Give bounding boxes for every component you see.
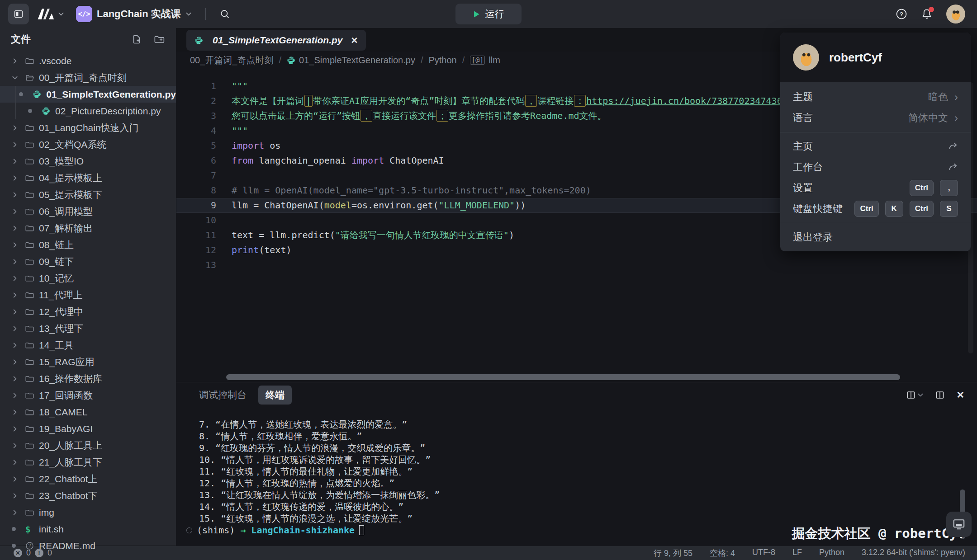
file-type-icon (25, 57, 38, 65)
code-line[interactable]: 13 (176, 258, 977, 273)
breadcrumb-item[interactable]: 00_开篇词_奇点时刻 (190, 54, 274, 66)
tree-item[interactable]: 08_链上 (0, 236, 176, 253)
tree-item-toggle[interactable] (12, 141, 25, 148)
tree-item-toggle[interactable] (12, 125, 25, 131)
remote-display-button[interactable] (946, 512, 972, 537)
avatar[interactable] (946, 5, 965, 24)
tree-item-toggle[interactable] (12, 476, 25, 482)
status-item[interactable]: 3.12.2 64-bit ('shims': pyenv) (862, 548, 965, 559)
tree-item[interactable]: 11_代理上 (0, 287, 176, 303)
status-item[interactable]: Python (819, 548, 844, 559)
tree-item[interactable]: 00_开篇词_奇点时刻 (0, 69, 176, 86)
tree-item[interactable]: 10_记忆 (0, 270, 176, 287)
scrollbar-thumb[interactable] (226, 374, 900, 380)
close-panel-icon[interactable]: ✕ (956, 390, 964, 400)
editor-tab[interactable]: 01_SimpleTextGeneration.py ✕ (186, 30, 366, 51)
tree-item[interactable]: 02_文档QA系统 (0, 136, 176, 153)
chevron-down-icon[interactable] (58, 11, 64, 17)
new-file-icon[interactable] (132, 34, 142, 44)
status-item[interactable]: 行 9, 列 55 (654, 548, 692, 559)
tree-item[interactable]: 05_提示模板下 (0, 186, 176, 203)
tree-item-toggle[interactable] (12, 259, 25, 265)
panel-tab-terminal[interactable]: 终端 (258, 386, 292, 405)
tree-item[interactable]: 22_Chatbot上 (0, 471, 176, 487)
app-logo[interactable] (36, 8, 64, 20)
terminal-output-line: 13. “让红玫瑰在情人节绽放，为爱情增添一抹绚丽色彩。” (199, 489, 977, 501)
tree-item-toggle[interactable] (12, 175, 25, 181)
menu-item[interactable]: 语言简体中文› (780, 108, 971, 128)
search-icon[interactable] (219, 9, 230, 19)
split-terminal-button[interactable] (906, 391, 924, 400)
tree-item[interactable]: 07_解析输出 (0, 220, 176, 236)
menu-item[interactable]: 设置Ctrl, (780, 178, 971, 198)
tree-item[interactable]: 14_工具 (0, 337, 176, 353)
tree-item[interactable]: 15_RAG应用 (0, 353, 176, 370)
tree-item-toggle[interactable] (12, 292, 25, 298)
tree-item[interactable]: 20_人脉工具上 (0, 437, 176, 454)
tree-item[interactable]: 03_模型IO (0, 153, 176, 169)
help-icon[interactable]: ? (896, 8, 907, 20)
tree-item[interactable]: 09_链下 (0, 253, 176, 270)
tree-item[interactable]: ?README.md (0, 537, 176, 554)
tree-item-toggle[interactable] (12, 225, 25, 231)
tree-item[interactable]: 04_提示模板上 (0, 169, 176, 186)
breadcrumb-item[interactable]: Python (428, 55, 456, 66)
menu-item[interactable]: 主页 (780, 136, 971, 157)
tree-item-toggle[interactable] (12, 192, 25, 198)
tree-item[interactable]: 23_Chatbot下 (0, 487, 176, 504)
tree-item[interactable]: .vscode (0, 52, 176, 69)
run-button[interactable]: 运行 (455, 4, 522, 24)
tree-item-toggle[interactable] (12, 442, 25, 449)
terminal[interactable]: 7. “在情人节，送她红玫瑰，表达最浓烈的爱意。”8. “情人节，红玫瑰相伴，爱… (176, 408, 977, 546)
tree-item[interactable]: 13_代理下 (0, 320, 176, 337)
tree-item-toggle[interactable] (12, 158, 25, 165)
status-item[interactable]: UTF-8 (752, 548, 775, 559)
tree-item[interactable]: 17_回调函数 (0, 387, 176, 404)
status-item[interactable]: 空格: 4 (710, 548, 735, 559)
menu-item[interactable]: 主题暗色› (780, 87, 971, 108)
tab-close-icon[interactable]: ✕ (351, 35, 358, 46)
tree-item-toggle[interactable] (12, 493, 25, 499)
tree-item[interactable]: 12_代理中 (0, 303, 176, 320)
project-switcher[interactable]: </> LangChain 实战课 (76, 6, 192, 22)
keycap: Ctrl (910, 180, 934, 196)
notifications-button[interactable] (921, 8, 933, 20)
tree-item-toggle[interactable] (12, 376, 25, 382)
panel-layout-button[interactable] (935, 391, 944, 400)
tree-item-toggle[interactable] (12, 275, 25, 282)
tree-item-toggle[interactable] (12, 75, 25, 81)
menu-item[interactable]: 工作台 (780, 157, 971, 178)
tree-item[interactable]: 01_LangChain快速入门 (0, 119, 176, 136)
tree-item-label: init.sh (39, 524, 64, 535)
tree-item[interactable]: 16_操作数据库 (0, 370, 176, 387)
tree-item[interactable]: 21_人脉工具下 (0, 454, 176, 471)
tree-item[interactable]: img (0, 504, 176, 521)
tree-item[interactable]: 01_SimpleTextGeneration.py (0, 86, 176, 103)
tree-item[interactable]: 06_调用模型 (0, 203, 176, 220)
tree-item[interactable]: 19_BabyAGI (0, 420, 176, 437)
tree-item-toggle[interactable] (12, 409, 25, 415)
tree-item[interactable]: 02_PictureDescription.py (0, 103, 176, 119)
tree-item[interactable]: $init.sh (0, 521, 176, 537)
panel-tab-debug-console[interactable]: 调试控制台 (199, 389, 247, 401)
status-item[interactable]: LF (792, 548, 802, 559)
breadcrumb-item[interactable]: [@]llm (470, 55, 500, 66)
tree-item-toggle[interactable] (12, 359, 25, 365)
tree-item-toggle[interactable] (12, 459, 25, 466)
tree-item-toggle[interactable] (12, 392, 25, 399)
tree-item-toggle[interactable] (12, 242, 25, 248)
menu-item[interactable]: 键盘快捷键CtrlKCtrlS (780, 198, 971, 219)
breadcrumb-item[interactable]: 01_SimpleTextGeneration.py (287, 55, 415, 66)
sidebar-toggle-button[interactable] (8, 4, 29, 24)
menu-item[interactable]: 退出登录 (780, 227, 971, 248)
code-text: """ (216, 79, 248, 94)
tree-item-toggle[interactable] (12, 208, 25, 215)
new-folder-icon[interactable] (154, 34, 165, 44)
tree-item-toggle[interactable] (12, 509, 25, 516)
tree-item-toggle[interactable] (12, 426, 25, 432)
tree-item-toggle[interactable] (12, 342, 25, 348)
tree-item-toggle[interactable] (12, 309, 25, 315)
tree-item-toggle[interactable] (12, 58, 25, 64)
tree-item-toggle[interactable] (12, 325, 25, 332)
tree-item[interactable]: 18_CAMEL (0, 404, 176, 420)
